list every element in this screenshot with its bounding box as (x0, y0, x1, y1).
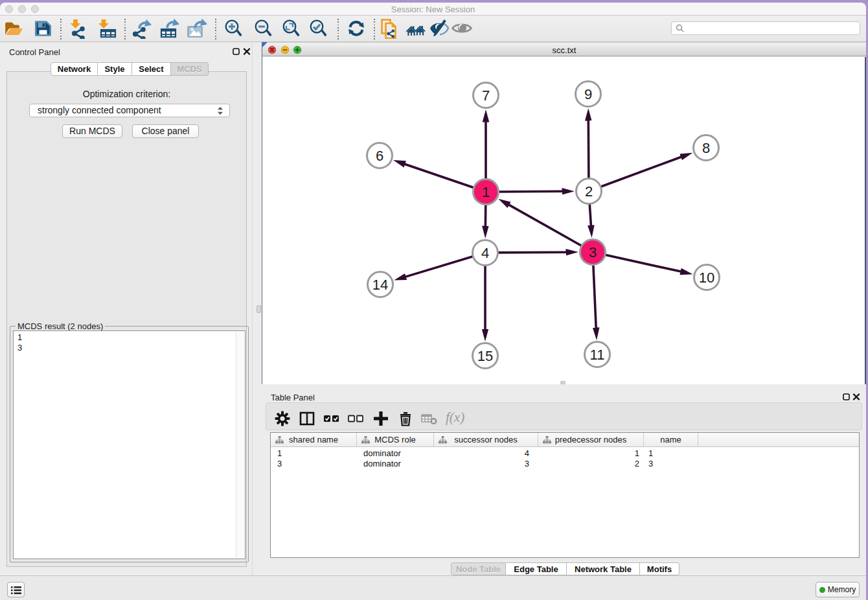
svg-text:14: 14 (372, 277, 388, 293)
svg-text:10: 10 (699, 270, 714, 286)
svg-text:11: 11 (590, 347, 605, 363)
svg-text:7: 7 (482, 87, 490, 104)
svg-text:9: 9 (584, 86, 592, 102)
svg-text:2: 2 (585, 183, 593, 200)
svg-text:8: 8 (702, 140, 710, 156)
svg-text:6: 6 (376, 148, 383, 164)
svg-text:4: 4 (481, 245, 489, 261)
svg-text:3: 3 (589, 244, 597, 260)
svg-text:1: 1 (482, 184, 490, 200)
svg-text:15: 15 (477, 348, 493, 364)
